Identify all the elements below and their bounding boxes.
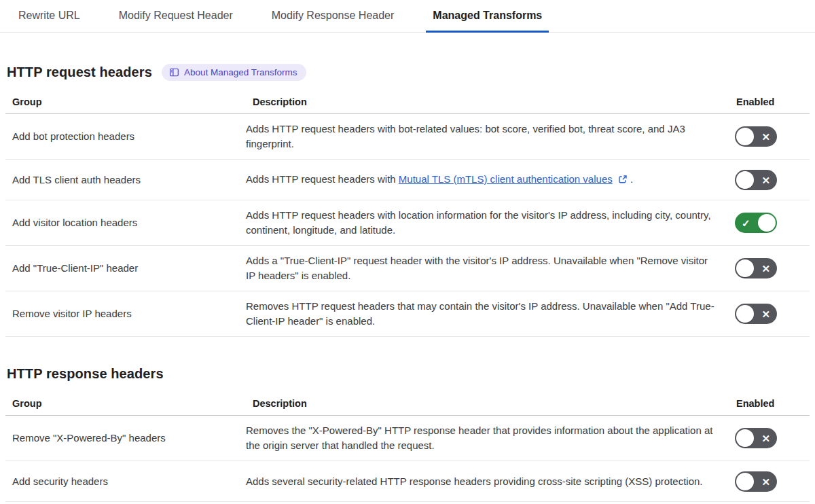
column-header-enabled: Enabled xyxy=(735,393,810,415)
tab-modify-response-header[interactable]: Modify Response Header xyxy=(265,1,401,33)
external-link-icon xyxy=(618,173,628,188)
toggle-knob xyxy=(736,429,754,447)
enabled-toggle[interactable]: ✓ ✕ xyxy=(735,170,777,190)
table-row: Remove "X-Powered-By" headers Removes th… xyxy=(5,416,810,461)
cross-icon: ✕ xyxy=(761,476,770,486)
description-cell: Adds HTTP request headers with bot-relat… xyxy=(246,114,735,159)
description-cell: Adds HTTP request headers with Mutual TL… xyxy=(246,164,735,196)
toggle-knob xyxy=(736,128,754,145)
cross-icon: ✕ xyxy=(761,264,770,274)
tab-managed-transforms[interactable]: Managed Transforms xyxy=(426,1,549,33)
table-header-row: Group Description Enabled xyxy=(5,393,810,416)
request-headers-section: HTTP request headers About Managed Trans… xyxy=(5,62,810,337)
group-cell: Add "True-Client-IP" header xyxy=(5,254,246,283)
about-managed-transforms-label: About Managed Transforms xyxy=(184,67,297,77)
group-cell: Add visitor location headers xyxy=(5,209,246,237)
table-row: Add security headers Adds several securi… xyxy=(5,461,810,502)
mtls-documentation-link[interactable]: Mutual TLS (mTLS) client authentication … xyxy=(399,173,613,185)
enabled-toggle[interactable]: ✓ ✕ xyxy=(735,126,777,147)
enabled-toggle[interactable]: ✓ ✕ xyxy=(735,258,777,278)
column-header-group: Group xyxy=(5,91,246,113)
description-cell: Removes the "X-Powered-By" HTTP response… xyxy=(246,416,735,461)
tab-bar: Rewrite URL Modify Request Header Modify… xyxy=(0,0,815,33)
group-cell: Remove "X-Powered-By" headers xyxy=(5,424,246,452)
cross-icon: ✕ xyxy=(761,132,770,142)
request-section-title: HTTP request headers xyxy=(7,65,152,80)
response-section-title: HTTP response headers xyxy=(7,366,164,382)
table-row: Add TLS client auth headers Adds HTTP re… xyxy=(5,160,810,200)
table-row: Add visitor location headers Adds HTTP r… xyxy=(5,200,810,246)
description-cell: Adds a "True-Client-IP" request header w… xyxy=(246,246,735,291)
toggle-knob xyxy=(736,473,754,490)
table-header-row: Group Description Enabled xyxy=(5,91,810,114)
cross-icon: ✕ xyxy=(761,309,770,319)
group-cell: Add security headers xyxy=(5,467,246,496)
description-cell: Adds HTTP request headers with location … xyxy=(246,200,735,245)
table-row: Remove visitor IP headers Removes HTTP r… xyxy=(5,291,810,337)
book-icon xyxy=(169,67,179,77)
cross-icon: ✕ xyxy=(761,433,770,444)
description-cell: Adds several security-related HTTP respo… xyxy=(246,467,735,497)
about-managed-transforms-link[interactable]: About Managed Transforms xyxy=(162,64,306,81)
enabled-toggle[interactable]: ✓ ✕ xyxy=(735,471,777,492)
column-header-description: Description xyxy=(246,91,735,113)
column-header-group: Group xyxy=(5,393,246,415)
group-cell: Add bot protection headers xyxy=(5,122,246,151)
enabled-toggle[interactable]: ✓ ✕ xyxy=(735,304,777,324)
column-header-enabled: Enabled xyxy=(735,91,810,113)
check-icon: ✓ xyxy=(742,218,750,228)
request-headers-table: Group Description Enabled Add bot protec… xyxy=(5,91,810,337)
enabled-toggle[interactable]: ✓ ✕ xyxy=(735,428,777,448)
enabled-toggle[interactable]: ✓ ✕ xyxy=(735,213,777,233)
column-header-description: Description xyxy=(246,393,735,415)
cross-icon: ✕ xyxy=(761,175,770,185)
tab-modify-request-header[interactable]: Modify Request Header xyxy=(112,1,240,33)
toggle-knob xyxy=(758,214,776,232)
table-row: Add bot protection headers Adds HTTP req… xyxy=(5,114,810,160)
group-cell: Remove visitor IP headers xyxy=(5,300,246,328)
table-row: Add "True-Client-IP" header Adds a "True… xyxy=(5,246,810,291)
description-cell: Removes HTTP request headers that may co… xyxy=(246,291,735,336)
toggle-knob xyxy=(736,259,754,277)
toggle-knob xyxy=(736,171,754,189)
response-headers-section: HTTP response headers Group Description … xyxy=(5,364,810,502)
tab-rewrite-url[interactable]: Rewrite URL xyxy=(12,1,87,33)
response-headers-table: Group Description Enabled Remove "X-Powe… xyxy=(5,393,810,502)
group-cell: Add TLS client auth headers xyxy=(5,166,246,194)
toggle-knob xyxy=(736,305,754,323)
